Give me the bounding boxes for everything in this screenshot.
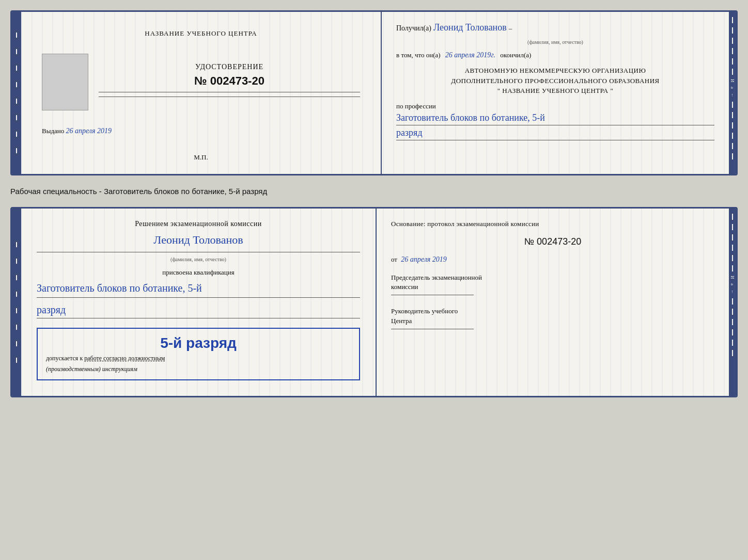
rukovoditel-block: Руководитель учебного Центра	[391, 307, 714, 331]
predsedatel-signature-line	[391, 295, 474, 295]
spine-decoration-bottom	[15, 232, 18, 373]
right-edge: И а ←	[729, 12, 736, 174]
stamp-razryad-text: 5-й разряд	[46, 335, 351, 351]
right-edge-bottom: И а ←	[729, 209, 736, 396]
rukovoditel-line2: Центра	[391, 316, 714, 326]
rabote-text: работе согласно должностным	[84, 355, 165, 362]
poluchil-line: Получил(а) Леонид Толованов –	[396, 22, 714, 33]
auto-line2: ДОПОЛНИТЕЛЬНОГО ПРОФЕССИОНАЛЬНОГО ОБРАЗО…	[396, 76, 714, 86]
razryad-line: разряд	[396, 127, 714, 140]
predsedatel-line2: комиссии	[391, 282, 714, 292]
razryad-handwritten-top: разряд	[396, 127, 423, 138]
spine-left	[12, 12, 21, 174]
autonomous-org-block: АВТОНОМНУЮ НЕКОММЕРЧЕСКУЮ ОРГАНИЗАЦИЮ ДО…	[396, 66, 714, 96]
vydano-prefix: Выдано	[42, 127, 64, 135]
rukovoditel-signature-line	[391, 329, 474, 329]
ot-date-line: от 26 апреля 2019	[391, 255, 714, 264]
training-center-title-left: НАЗВАНИЕ УЧЕБНОГО ЦЕНТРА	[145, 29, 257, 38]
top-document-card: НАЗВАНИЕ УЧЕБНОГО ЦЕНТРА УДОСТОВЕРЕНИЕ №…	[10, 10, 738, 175]
profession-line: Заготовитель блоков по ботанике, 5-й	[396, 113, 714, 125]
okonchil-label: окончил(а)	[500, 51, 531, 59]
dopuskaetsya-text: допускается к	[46, 355, 83, 362]
bottom-razryad: разряд	[37, 304, 360, 318]
rukovoditel-line1: Руководитель учебного	[391, 307, 714, 316]
rukovoditel-label: Руководитель учебного Центра	[391, 307, 714, 325]
bottom-fio-sublabel: (фамилия, имя, отчество)	[37, 257, 360, 262]
spine-decoration	[15, 22, 18, 164]
spine-left-bottom	[12, 209, 21, 396]
po-professii-text: по профессии	[396, 102, 714, 110]
stamp-box: 5-й разряд допускается к работе согласно…	[37, 328, 360, 380]
top-card-left: НАЗВАНИЕ УЧЕБНОГО ЦЕНТРА УДОСТОВЕРЕНИЕ №…	[21, 12, 382, 174]
bottom-card-right: Основание: протокол экзаменационной коми…	[377, 209, 729, 396]
auto-line3: " НАЗВАНИЕ УЧЕБНОГО ЦЕНТРА "	[396, 86, 714, 96]
predsedatel-block: Председатель экзаменационной комиссии	[391, 273, 714, 297]
prisvoena-label: присвоена квалификация	[37, 268, 360, 277]
top-card-right: Получил(а) Леонид Толованов – (фамилия, …	[382, 12, 729, 174]
document-number: № 002473-20	[99, 74, 360, 88]
osnovanie-text: Основание: протокол экзаменационной коми…	[391, 220, 714, 228]
mp-label: М.П.	[194, 153, 208, 162]
stamp-dopuskaetsya: допускается к работе согласно должностны…	[46, 355, 351, 362]
bottom-document-card: Решением экзаменационной комиссии Леонид…	[10, 207, 738, 397]
resheniem-text: Решением экзаменационной комиссии	[37, 220, 360, 228]
vtom-line: в том, что он(а) 26 апреля 2019г. окончи…	[396, 51, 714, 59]
vtom-prefix: в том, что он(а)	[396, 51, 441, 59]
predsedatel-line1: Председатель экзаменационной	[391, 273, 714, 282]
protocol-number: № 002473-20	[391, 236, 714, 247]
ot-date-value: 26 апреля 2019	[401, 255, 446, 263]
vydano-date: 26 апреля 2019	[66, 127, 112, 135]
vydano-block: Выдано 26 апреля 2019	[42, 127, 360, 135]
description-text: Рабочая специальность - Заготовитель бло…	[10, 185, 738, 198]
profession-handwritten: Заготовитель блоков по ботанике, 5-й	[396, 113, 545, 123]
recipient-fio: Леонид Толованов	[433, 22, 507, 33]
udostoverenie-label: УДОСТОВЕРЕНИЕ	[99, 63, 360, 71]
ot-prefix: от	[391, 255, 397, 263]
fio-sublabel: (фамилия, имя, отчество)	[396, 39, 714, 45]
poluchil-prefix: Получил(а)	[396, 24, 431, 33]
page-wrapper: НАЗВАНИЕ УЧЕБНОГО ЦЕНТРА УДОСТОВЕРЕНИЕ №…	[10, 10, 738, 397]
bottom-fio: Леонид Толованов	[37, 233, 360, 247]
instruktsii-text: (производственным) инструкциям	[46, 365, 351, 373]
bottom-card-left: Решением экзаменационной комиссии Леонид…	[21, 209, 377, 396]
udostoverenie-block: УДОСТОВЕРЕНИЕ № 002473-20	[99, 63, 360, 101]
auto-line1: АВТОНОМНУЮ НЕКОММЕРЧЕСКУЮ ОРГАНИЗАЦИЮ	[396, 66, 714, 76]
bottom-profession: Заготовитель блоков по ботанике, 5-й	[37, 281, 360, 298]
vtom-date: 26 апреля 2019г.	[445, 51, 495, 59]
predsedatel-label: Председатель экзаменационной комиссии	[391, 273, 714, 292]
po-professii-label: по профессии Заготовитель блоков по бота…	[396, 102, 714, 140]
photo-placeholder	[42, 54, 88, 110]
left-middle-section: УДОСТОВЕРЕНИЕ № 002473-20	[42, 54, 360, 110]
